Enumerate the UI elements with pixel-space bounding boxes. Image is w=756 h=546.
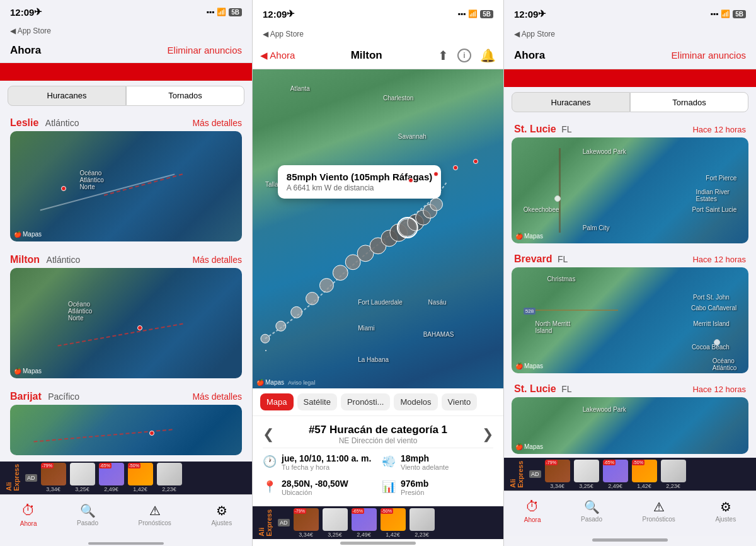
left-tab-pasado[interactable]: 🔍 Pasado xyxy=(77,503,98,526)
left-tab-tornados[interactable]: Tornados xyxy=(126,86,244,106)
right-tab-ahora[interactable]: ⏱ Ahora xyxy=(524,499,541,523)
right-panel: 12:09 ✈ ▪▪▪ 📶 5B ◀ App Store Ahora Elimi… xyxy=(504,0,756,546)
svg-point-16 xyxy=(398,218,418,238)
right-ad-item-1[interactable]: -79% 3,34€ xyxy=(545,460,570,489)
center-location-icon: ✈ xyxy=(287,8,295,20)
center-tab-modelos[interactable]: Modelos xyxy=(394,393,437,410)
right-ad-item-4[interactable]: -50% 1,42€ xyxy=(632,460,657,489)
wind-label: Viento adelante xyxy=(401,463,449,471)
stlucie2-map[interactable]: Lakewood Park 🍎Mapas xyxy=(512,397,748,454)
center-info-wind: 💨 18mph Viento adelante xyxy=(382,453,493,471)
right-tab-tornados[interactable]: Tornados xyxy=(630,92,748,112)
svg-point-4 xyxy=(319,279,333,293)
center-tab-mapa[interactable]: Mapa xyxy=(260,393,294,410)
center-nav-title: Milton xyxy=(300,49,433,62)
left-ad-item-4[interactable]: -50% 1,42€ xyxy=(128,463,153,492)
right-pronosticos-label: Pronósticos xyxy=(643,516,675,523)
right-nav-title: Ahora xyxy=(514,49,545,62)
right-remove-ads-button[interactable]: Eliminar anuncios xyxy=(672,50,746,61)
right-ad-item-3[interactable]: -65% 2,49€ xyxy=(603,460,628,489)
left-home-indicator xyxy=(88,542,164,545)
left-panel: 12:09 ✈ ▪▪▪ 📶 5B ◀ App Store Ahora Elimi… xyxy=(0,0,252,546)
center-signal-icon: ▪▪▪ xyxy=(457,9,466,18)
right-appstore-bar: ◀ App Store xyxy=(504,28,756,42)
left-ad-item-2[interactable]: 3,25€ xyxy=(70,463,95,492)
barijat-name: Barijat xyxy=(10,391,42,402)
right-status-bar: 12:09 ✈ ▪▪▪ 📶 5B xyxy=(504,0,756,28)
center-storm-prev-button[interactable]: ❮ xyxy=(263,426,274,443)
center-map[interactable]: Atlanta Charleston Savannah Tallahassee … xyxy=(253,69,503,388)
center-storm-next-button[interactable]: ❯ xyxy=(482,426,493,443)
right-red-banner xyxy=(504,69,756,87)
center-tab-viento[interactable]: Viento xyxy=(442,393,478,410)
right-tab-pasado[interactable]: 🔍 Pasado xyxy=(581,499,602,523)
right-storm-stlucie-2: St. Lucie FL Hace 12 horas Lakewood Park… xyxy=(504,377,756,458)
left-time: 12:09 xyxy=(10,7,34,18)
center-appstore-bar: ◀ App Store xyxy=(253,28,503,42)
barijat-region: Pacífico xyxy=(48,392,79,402)
left-ad-item-3[interactable]: -65% 2,49€ xyxy=(99,463,124,492)
left-tab-huracanes[interactable]: Huracanes xyxy=(8,86,126,106)
center-ad-item-4[interactable]: -50% 1,42€ xyxy=(381,508,406,538)
left-tab-ajustes[interactable]: ⚙ Ajustes xyxy=(211,503,232,526)
milton-action-button[interactable]: Más detalles xyxy=(192,255,242,265)
center-home-indicator xyxy=(340,542,416,545)
leslie-action-button[interactable]: Más detalles xyxy=(192,118,242,128)
left-pasado-label: Pasado xyxy=(77,520,98,526)
right-nav-bar: Ahora Eliminar anuncios xyxy=(504,42,756,69)
battery-icon: 5B xyxy=(229,8,242,16)
barijat-map[interactable] xyxy=(10,405,242,455)
milton-region: Atlántico xyxy=(47,255,81,265)
leslie-map[interactable]: OcéanoAtlánticoNorte 🍎Mapas xyxy=(10,131,242,241)
right-tab-ajustes[interactable]: ⚙ Ajustes xyxy=(715,499,736,523)
left-nav-bar: Ahora Eliminar anuncios xyxy=(0,38,252,63)
milton-map[interactable]: OcéanoAtlánticoNorte 🍎Mapas xyxy=(10,268,242,378)
right-status-icons: ▪▪▪ 📶 5B xyxy=(710,9,746,18)
pressure-label: Presión xyxy=(401,489,428,496)
right-ajustes-label: Ajustes xyxy=(715,516,736,523)
right-ad-item-5[interactable]: 2,23€ xyxy=(661,460,686,489)
center-ad-item-2[interactable]: 3,25€ xyxy=(323,508,348,538)
right-ad-item-2[interactable]: 3,25€ xyxy=(574,460,599,489)
center-tab-satelite[interactable]: Satélite xyxy=(297,393,337,410)
left-remove-ads-button[interactable]: Eliminar anuncios xyxy=(168,45,242,55)
center-tab-pronosti[interactable]: Pronósti... xyxy=(341,393,391,410)
brevard-time: Hace 12 horas xyxy=(692,255,746,264)
stlucie1-time: Hace 12 horas xyxy=(692,125,746,134)
location-icon: 📍 xyxy=(263,480,277,494)
left-pronosticos-label: Pronósticos xyxy=(139,520,171,526)
center-appstore-link[interactable]: ◀ App Store xyxy=(263,30,304,38)
right-ad-banner: AliExpress AD -79% 3,34€ 3,25€ -65% 2,49… xyxy=(504,458,756,491)
left-ad-item-5[interactable]: 2,23€ xyxy=(157,463,182,492)
leslie-map-label: 🍎Mapas xyxy=(14,231,42,238)
center-storm-info-grid: 🕐 jue, 10/10, 11:00 a. m. Tu fecha y hor… xyxy=(263,448,493,501)
left-tab-ahora[interactable]: ⏱ Ahora xyxy=(20,502,37,527)
center-ad-item-3[interactable]: -65% 2,49€ xyxy=(352,508,377,538)
stlucie1-region: FL xyxy=(561,124,571,134)
center-ad-item-1[interactable]: -79% 3,34€ xyxy=(294,508,319,538)
svg-point-0 xyxy=(261,334,270,343)
left-tab-pronosticos[interactable]: ⚠ Pronósticos xyxy=(139,503,171,526)
location-label: Ubicación xyxy=(282,489,348,496)
center-ad-item-5[interactable]: 2,23€ xyxy=(410,508,435,538)
left-storm-milton: Milton Atlántico Más detalles OcéanoAtlá… xyxy=(0,248,252,385)
center-info-icon[interactable]: i xyxy=(457,49,471,62)
center-back-button[interactable]: ◀ Ahora xyxy=(260,50,295,61)
left-appstore-link[interactable]: ◀ App Store xyxy=(10,26,51,35)
left-ad-tag: AD xyxy=(25,474,37,482)
right-ajustes-icon: ⚙ xyxy=(720,499,731,514)
brevard-map[interactable]: Christmas Port St. John Cabo Cañaveral N… xyxy=(512,267,748,373)
right-storm-brevard: Brevard FL Hace 12 horas Christmas Port … xyxy=(504,247,756,377)
stlucie1-map[interactable]: Lakewood Park Fort Pierce Indian RiverEs… xyxy=(512,137,748,243)
left-ad-item-1[interactable]: -79% 3,34€ xyxy=(41,463,66,492)
right-appstore-link[interactable]: ◀ App Store xyxy=(514,30,555,38)
center-bell-icon[interactable]: 🔔 xyxy=(480,48,496,63)
left-storm-barijat: Barijat Pacífico Más detalles xyxy=(0,385,252,462)
center-share-icon[interactable]: ⬆ xyxy=(438,48,449,63)
right-tab-huracanes[interactable]: Huracanes xyxy=(512,92,630,112)
barijat-action-button[interactable]: Más detalles xyxy=(192,392,242,402)
leslie-name: Leslie xyxy=(10,117,38,128)
location-value: 28,50N, -80,50W xyxy=(282,479,348,489)
stlucie1-name: St. Lucie xyxy=(514,124,556,134)
right-tab-pronosticos[interactable]: ⚠ Pronósticos xyxy=(643,499,675,523)
